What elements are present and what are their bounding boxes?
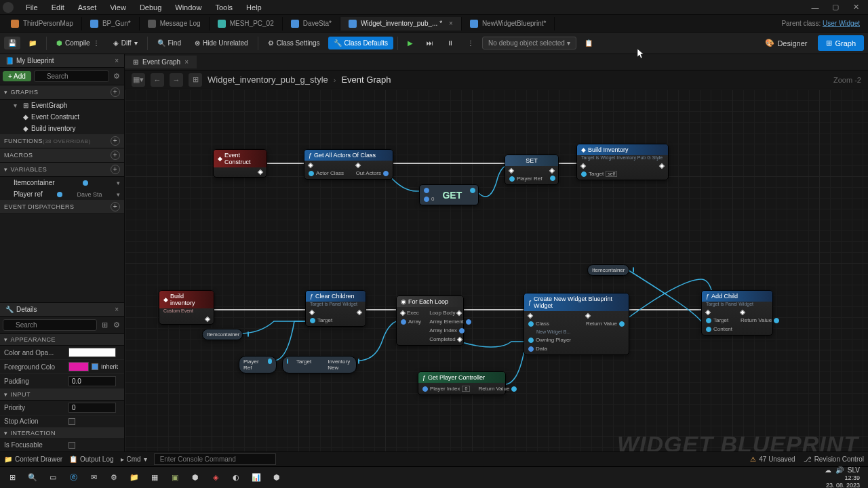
tab-newwidget[interactable]: NewWidgetBlueprint* bbox=[462, 17, 555, 30]
macros-category[interactable]: MACROS+ bbox=[0, 148, 124, 163]
priority-input[interactable] bbox=[68, 403, 116, 413]
event-graph-tab[interactable]: ⊞Event Graph× bbox=[125, 56, 197, 68]
close-icon[interactable]: × bbox=[115, 57, 119, 64]
tab-meshpc02[interactable]: MESH_PC_02 bbox=[210, 17, 283, 30]
find-button[interactable]: 🔍Find bbox=[152, 37, 186, 49]
node-add-child[interactable]: ƒAdd Child Target is Panel Widget Target… bbox=[701, 290, 773, 336]
settings-icon[interactable]: ⚙ bbox=[112, 72, 121, 81]
minimize-button[interactable]: — bbox=[806, 1, 825, 14]
settings-icon[interactable]: ⚙ bbox=[112, 321, 121, 329]
stop-button[interactable]: ⋮ bbox=[462, 37, 479, 49]
debug-object-dropdown[interactable]: No debug object selected ▾ bbox=[482, 37, 576, 49]
inherit-checkbox[interactable] bbox=[92, 363, 98, 370]
add-variable-button[interactable]: + bbox=[111, 165, 120, 174]
add-dispatcher-button[interactable]: + bbox=[111, 202, 120, 211]
task-view-button[interactable]: ▭ bbox=[43, 468, 62, 487]
pause-button[interactable]: ⏸ bbox=[441, 37, 459, 49]
app-icon-2[interactable]: ◈ bbox=[206, 468, 225, 487]
grid-icon[interactable]: ⊞ bbox=[100, 321, 109, 329]
home-button[interactable]: ⊞ bbox=[189, 73, 202, 87]
find-in-browser-button[interactable]: 📋 bbox=[579, 37, 598, 49]
var-itemcontainer[interactable]: Itemcontainer▾ bbox=[0, 177, 124, 188]
node-get[interactable]: 0GET bbox=[419, 184, 479, 205]
my-blueprint-tab[interactable]: 📘My Blueprint× bbox=[0, 54, 124, 68]
menu-window[interactable]: Window bbox=[168, 2, 208, 13]
node-get-player-controller[interactable]: ƒGet Player Controller Player Index 0Ret… bbox=[418, 371, 506, 395]
diff-button[interactable]: ◈Diff▾ bbox=[108, 37, 143, 49]
add-button[interactable]: + Add bbox=[3, 71, 31, 81]
compile-button[interactable]: ⬢Compile ⋮ bbox=[51, 37, 105, 49]
breadcrumb-parent[interactable]: Widget_inventory_pub_g_style bbox=[208, 75, 328, 85]
unsaved-indicator[interactable]: ⚠47 Unsaved bbox=[750, 455, 795, 463]
node-foreach[interactable]: ◉For Each Loop ExecArrayLoop BodyArray E… bbox=[396, 296, 464, 346]
content-drawer-button[interactable]: 📁Content Drawer bbox=[4, 455, 62, 463]
node-build-inventory-event[interactable]: ◆Build inventory Custom Event bbox=[159, 290, 214, 325]
node-itemcontainer-var[interactable]: Itemcontainer bbox=[202, 329, 243, 340]
details-tab[interactable]: 🔧Details× bbox=[0, 303, 124, 317]
node-clear-children[interactable]: ƒClear Children Target is Panel Widget T… bbox=[305, 290, 366, 327]
save-button[interactable]: 💾 bbox=[4, 37, 20, 49]
revision-control-button[interactable]: ⎇Revision Control bbox=[804, 455, 864, 463]
stop-action-checkbox[interactable] bbox=[68, 418, 75, 425]
var-playerref[interactable]: Player refDave Sta▾ bbox=[0, 188, 124, 200]
system-tray[interactable]: ☁🔊SLV 12:3923. 08. 2023 bbox=[819, 466, 865, 488]
node-create-widget[interactable]: ƒCreate New Widget Blueprint Widget Clas… bbox=[524, 293, 629, 355]
blueprint-search[interactable]: Search bbox=[34, 70, 109, 82]
dispatchers-category[interactable]: EVENT DISPATCHERS+ bbox=[0, 200, 124, 214]
browse-button[interactable]: 📁 bbox=[23, 37, 42, 49]
menu-help[interactable]: Help bbox=[239, 2, 269, 13]
tab-thirdpersonmap[interactable]: ThirdPersonMap bbox=[3, 17, 82, 30]
interaction-category[interactable]: ▾Interaction bbox=[0, 428, 124, 439]
menu-file[interactable]: File bbox=[19, 2, 45, 13]
close-icon[interactable]: × bbox=[184, 58, 189, 66]
add-function-button[interactable]: + bbox=[111, 136, 120, 146]
appearance-category[interactable]: ▾Appearance bbox=[0, 334, 124, 346]
event-construct-item[interactable]: ◆Event Construct bbox=[0, 111, 124, 123]
history-button[interactable]: ▦▾ bbox=[132, 73, 145, 87]
search-button[interactable]: 🔍 bbox=[23, 468, 42, 487]
hide-unrelated-button[interactable]: ⊗Hide Unrelated bbox=[189, 37, 254, 49]
node-playerref-var[interactable]: Player Ref bbox=[239, 356, 277, 373]
tab-widget-inventory[interactable]: Widget_inventory_pub_... *× bbox=[340, 17, 462, 30]
tab-close-icon[interactable]: × bbox=[449, 20, 453, 27]
eventgraph-item[interactable]: ▾⊞EventGraph bbox=[0, 100, 124, 111]
details-search[interactable]: Search bbox=[3, 319, 97, 331]
settings-icon[interactable]: ⚙ bbox=[104, 468, 123, 487]
menu-view[interactable]: View bbox=[103, 2, 133, 13]
mail-icon[interactable]: ✉ bbox=[84, 468, 103, 487]
start-button[interactable]: ⊞ bbox=[3, 468, 22, 487]
step-button[interactable]: ⏭ bbox=[421, 37, 439, 49]
graphs-category[interactable]: ▾GRAPHS+ bbox=[0, 85, 124, 100]
app-icon-3[interactable]: ◐ bbox=[226, 468, 245, 487]
parent-class-link[interactable]: User Widget bbox=[823, 20, 860, 27]
build-inventory-item[interactable]: ◆Build inventory bbox=[0, 123, 124, 134]
graph-toggle[interactable]: ⊞Graph bbox=[818, 35, 864, 51]
node-build-inventory-call[interactable]: ◆Build Inventory Target is Widget Invent… bbox=[576, 144, 669, 180]
tab-messagelog[interactable]: Message Log bbox=[140, 17, 210, 30]
variables-category[interactable]: ▾VARIABLES+ bbox=[0, 163, 124, 177]
menu-edit[interactable]: Edit bbox=[45, 2, 71, 13]
forward-button[interactable]: → bbox=[170, 73, 183, 87]
add-graph-button[interactable]: + bbox=[111, 87, 120, 97]
menu-tools[interactable]: Tools bbox=[208, 2, 239, 13]
node-itemcontainer-var2[interactable]: Itemcontainer bbox=[587, 264, 629, 276]
node-set[interactable]: SET Player Ref bbox=[505, 155, 559, 185]
menu-asset[interactable]: Asset bbox=[71, 2, 104, 13]
unreal-editor-icon[interactable]: ⬢ bbox=[267, 468, 286, 487]
app-icon[interactable]: ▦ bbox=[145, 468, 164, 487]
graph-canvas[interactable]: ◆Event Construct ƒGet All Actors Of Clas… bbox=[125, 89, 868, 463]
unreal-logo[interactable] bbox=[3, 2, 14, 13]
edge-icon[interactable]: ⓔ bbox=[64, 468, 83, 487]
twitch-icon[interactable]: ▣ bbox=[165, 468, 184, 487]
close-button[interactable]: ✕ bbox=[846, 1, 865, 14]
class-settings-button[interactable]: ⚙Class Settings bbox=[262, 37, 326, 49]
node-event-construct[interactable]: ◆Event Construct bbox=[213, 149, 267, 178]
menu-debug[interactable]: Debug bbox=[133, 2, 168, 13]
play-button[interactable]: ▶ bbox=[402, 37, 418, 49]
tab-bpgun[interactable]: BP_Gun* bbox=[82, 17, 140, 30]
node-get-all-actors[interactable]: ƒGet All Actors Of Class Actor ClassOut … bbox=[304, 149, 393, 180]
output-log-button[interactable]: 📋Output Log bbox=[69, 455, 113, 463]
explorer-icon[interactable]: 📁 bbox=[125, 468, 144, 487]
app-icon-4[interactable]: 📊 bbox=[247, 468, 266, 487]
functions-category[interactable]: FUNCTIONS (38 OVERRIDAB)+ bbox=[0, 134, 124, 148]
